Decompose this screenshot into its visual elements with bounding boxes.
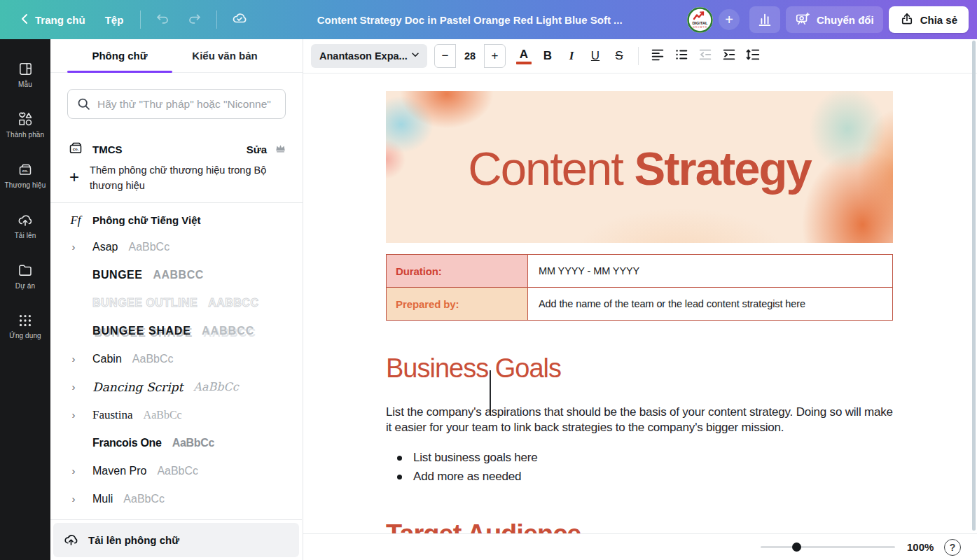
target-audience-heading-clipped[interactable]: Target Audience <box>386 519 581 533</box>
list-item[interactable]: Add more as needed <box>392 469 538 484</box>
add-brand-font-button[interactable]: + Thêm phông chữ thương hiệu trong Bộ th… <box>67 163 286 194</box>
business-goals-heading[interactable]: Business Goals <box>386 354 561 384</box>
font-row-francois-one[interactable]: › Francois One AaBbCc <box>67 429 286 457</box>
font-sample: AaBbCc <box>132 353 174 365</box>
chevron-right-icon[interactable]: › <box>67 241 80 253</box>
divider <box>50 202 303 203</box>
svg-text:DIGITAL: DIGITAL <box>692 20 708 24</box>
chevron-right-icon[interactable]: › <box>67 409 80 421</box>
banner-title-bold: Strategy <box>635 142 811 195</box>
font-row-bungee-outline[interactable]: › BUNGEE OUTLINE AABBCC <box>67 289 286 317</box>
vertical-scrollbar[interactable] <box>972 41 976 531</box>
font-panel: Phông chữ Kiểu văn bản co. TMCS Sửa <box>50 39 303 560</box>
zoom-slider[interactable] <box>761 546 895 548</box>
prepared-by-value-cell[interactable]: Add the name of the team or the lead con… <box>528 288 893 321</box>
business-goals-bullet-list[interactable]: List business goals here Add more as nee… <box>392 450 538 489</box>
indent-icon <box>721 47 737 65</box>
avatar[interactable]: DIGITAL GROWTH <box>687 7 713 33</box>
convert-button[interactable]: Chuyển đổi <box>786 6 883 33</box>
sidebar-item-brand[interactable]: co. Thương hiệu <box>0 150 50 200</box>
font-row-dancing-script[interactable]: › Dancing Script AaBbCc <box>67 373 286 401</box>
underline-button[interactable]: U <box>584 44 607 68</box>
bullet-list-icon <box>674 47 689 65</box>
chevron-right-icon[interactable]: › <box>67 465 80 477</box>
sidebar-item-templates[interactable]: Mẫu <box>0 49 50 99</box>
font-name: Francois One <box>92 437 162 449</box>
font-row-cabin[interactable]: › Cabin AaBbCc <box>67 345 286 373</box>
text-color-swatch <box>516 62 532 64</box>
file-menu-button[interactable]: Tệp <box>98 8 131 31</box>
font-search-input[interactable] <box>67 89 286 119</box>
brand-edit-button[interactable]: Sửa <box>247 144 267 155</box>
decrease-font-size-button[interactable]: − <box>435 45 455 67</box>
font-name: Faustina <box>92 408 133 422</box>
font-row-maven-pro[interactable]: › Maven Pro AaBbCc <box>67 457 286 485</box>
list-item[interactable]: List business goals here <box>392 450 538 465</box>
sidebar-item-uploads[interactable]: Tải lên <box>0 200 50 251</box>
font-name: BUNGEE OUTLINE <box>92 297 198 309</box>
business-goals-paragraph[interactable]: List the company's aspirations that shou… <box>386 405 899 436</box>
zoom-slider-thumb[interactable] <box>792 542 801 552</box>
font-row-bungee-shade[interactable]: › BUNGEE SHADE AABBCC <box>67 317 286 345</box>
font-family-value: Anantason Expa... <box>319 50 410 62</box>
font-name: BUNGEE <box>92 269 142 281</box>
banner-title-light: Content <box>468 142 634 195</box>
outdent-button[interactable] <box>694 44 716 68</box>
sidebar-item-apps[interactable]: Ứng dụng <box>0 301 50 351</box>
font-row-asap[interactable]: › Asap AaBbCc <box>67 233 286 261</box>
line-spacing-button[interactable] <box>742 44 764 68</box>
add-member-button[interactable]: + <box>719 9 740 30</box>
sidebar-item-projects[interactable]: Dự án <box>0 251 50 301</box>
font-family-select[interactable]: Anantason Expa... <box>311 44 427 68</box>
help-button[interactable]: ? <box>944 539 961 556</box>
info-table[interactable]: Duration: MM YYYY - MM YYYY Prepared by:… <box>386 254 893 321</box>
prepared-by-label-cell[interactable]: Prepared by: <box>387 288 528 321</box>
strikethrough-button[interactable]: S <box>608 44 630 68</box>
align-left-icon <box>650 47 665 65</box>
tab-text-styles[interactable]: Kiểu văn bản <box>172 39 277 72</box>
chevron-right-icon[interactable]: › <box>67 353 80 365</box>
bullet-list-button[interactable] <box>670 44 693 68</box>
insights-button[interactable] <box>749 6 780 33</box>
italic-button[interactable]: I <box>560 44 583 68</box>
increase-font-size-button[interactable]: + <box>485 45 505 67</box>
duration-label-cell[interactable]: Duration: <box>387 255 528 288</box>
font-size-input[interactable] <box>455 44 485 68</box>
tab-fonts[interactable]: Phông chữ <box>67 39 172 72</box>
divider <box>638 47 639 65</box>
redo-button[interactable] <box>181 7 207 32</box>
sidebar-item-elements[interactable]: Thành phần <box>0 99 50 150</box>
undo-button[interactable] <box>151 7 176 32</box>
document-banner-image[interactable]: Content Strategy <box>386 91 893 243</box>
chevron-right-icon[interactable]: › <box>67 493 80 505</box>
heading-text-before-caret: Business <box>386 354 488 383</box>
italic-label: I <box>569 49 574 63</box>
bold-button[interactable]: B <box>536 44 559 68</box>
font-row-muli[interactable]: › Muli AaBbCc <box>67 485 286 513</box>
home-button[interactable]: Trang chủ <box>13 8 92 32</box>
chevron-right-icon[interactable]: › <box>67 381 80 393</box>
duration-value-cell[interactable]: MM YYYY - MM YYYY <box>528 255 893 288</box>
text-color-button[interactable]: A <box>513 44 535 68</box>
add-brand-font-label: Thêm phông chữ thương hiệu trong Bộ thươ… <box>90 163 286 194</box>
chevron-down-icon <box>410 50 420 62</box>
font-name: Maven Pro <box>92 465 146 477</box>
share-button[interactable]: Chia sẻ <box>889 6 969 33</box>
font-row-bungee[interactable]: › BUNGEE AABBCC <box>67 261 286 289</box>
zoom-level[interactable]: 100% <box>907 541 934 553</box>
indent-button[interactable] <box>718 44 740 68</box>
align-left-button[interactable] <box>646 44 669 68</box>
font-row-faustina[interactable]: › Faustina AaBbCc <box>67 401 286 429</box>
document-title[interactable]: Content Strategy Doc in Pastel Orange Re… <box>252 14 687 26</box>
font-sample: AaBbCc <box>144 409 182 421</box>
file-menu-label: Tệp <box>105 14 124 26</box>
cloud-saved-button[interactable] <box>227 7 252 32</box>
brand-kit-icon: co. <box>67 139 84 159</box>
canva-doc-editor: Trang chủ Tệp Cont <box>0 0 977 560</box>
brand-kit-row[interactable]: co. TMCS Sửa <box>67 139 286 159</box>
presentation-sparkle-icon <box>795 11 810 29</box>
divider <box>216 10 217 29</box>
share-button-label: Chia sẻ <box>920 14 957 26</box>
upload-font-button[interactable]: Tải lên phông chữ <box>53 523 299 557</box>
cloud-upload-icon <box>17 211 34 228</box>
